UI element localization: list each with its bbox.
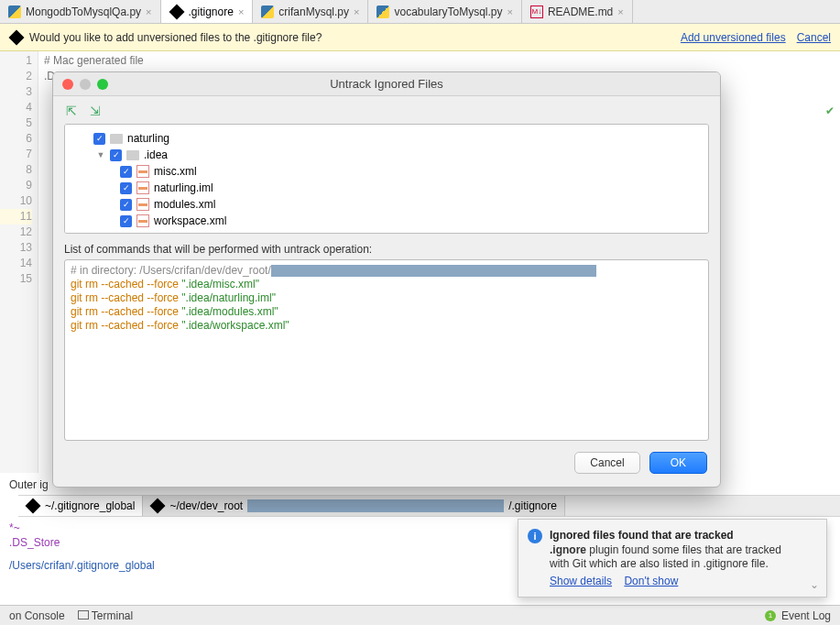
gitignore-icon [169, 4, 184, 19]
collapse-icon[interactable]: ⌄ [810, 578, 819, 591]
gitignore-icon [26, 499, 41, 514]
tree-row[interactable]: ✓naturling.iml [71, 180, 703, 196]
tree-label: modules.xml [154, 198, 215, 211]
python-icon [261, 5, 274, 18]
lower-tab-label: ~/.gitignore_global [45, 499, 135, 512]
lower-tab-label: /.gitignore [508, 499, 557, 512]
folder-icon [126, 150, 139, 160]
dialog-title: Untrack Ignored Files [330, 77, 443, 91]
cmd-arg: ".idea/modules.xml" [181, 305, 278, 318]
tree-label: misc.xml [154, 165, 197, 178]
tree-row[interactable]: ▼✓.idea [71, 147, 703, 163]
banner-message: Would you like to add unversioned files … [29, 31, 322, 44]
cmd-arg: ".idea/workspace.xml" [181, 319, 289, 332]
gitignore-icon [9, 29, 25, 45]
link-dont-show[interactable]: Don't show [624, 575, 678, 587]
link-add-unversioned[interactable]: Add unversioned files [681, 31, 786, 44]
tree-label: workspace.xml [154, 214, 226, 227]
line-gutter: 123456789101112131415 [0, 51, 38, 473]
expand-all-icon[interactable]: ⇱ [64, 104, 79, 118]
commands-label: List of commands that will be performed … [53, 234, 720, 259]
file-tree[interactable]: ✓naturling ▼✓.idea ✓misc.xml ✓naturling.… [64, 124, 709, 234]
tab-label: vocabularyToMysql.py [394, 5, 502, 18]
ok-button[interactable]: OK [649, 452, 707, 474]
lower-tab-devroot[interactable]: ~/dev/dev_root/.gitignore [143, 496, 564, 516]
cmd-text: git rm --cached --force [71, 305, 181, 318]
xml-file-icon [136, 198, 149, 211]
tab-crifanmysql[interactable]: crifanMysql.py× [253, 0, 368, 23]
tree-row[interactable]: ✓workspace.xml [71, 213, 703, 229]
code-line: # Mac generated file [44, 53, 835, 69]
close-icon[interactable]: × [146, 6, 151, 17]
notif-title: Ignored files found that are tracked [550, 529, 802, 542]
collapse-all-icon[interactable]: ⇲ [88, 104, 103, 118]
checkbox[interactable]: ✓ [120, 199, 132, 211]
expand-icon[interactable]: ▼ [96, 150, 105, 159]
tree-label: .idea [144, 148, 168, 161]
xml-file-icon [136, 165, 149, 178]
cmd-comment: # in directory: /Users/crifan/dev/dev_ro… [71, 264, 271, 277]
close-icon[interactable]: × [238, 6, 244, 17]
lower-tab-global[interactable]: ~/.gitignore_global [18, 496, 143, 516]
cmd-arg: ".idea/naturling.iml" [181, 291, 276, 304]
tree-label: naturling [127, 132, 169, 145]
zoom-window-icon[interactable] [97, 79, 108, 90]
folder-icon [110, 134, 123, 144]
lower-tab-label: ~/dev/dev_root [169, 499, 243, 512]
tree-row[interactable]: ✓naturling [71, 130, 703, 147]
tree-label: naturling.iml [154, 181, 213, 194]
checkbox[interactable]: ✓ [110, 149, 122, 161]
redacted-path [271, 265, 596, 277]
tab-label: README.md [548, 5, 613, 18]
minimize-window-icon [80, 79, 91, 90]
window-controls [62, 79, 108, 90]
checkbox[interactable]: ✓ [120, 166, 132, 178]
tab-mongodb[interactable]: MongodbToMysqlQa.py× [0, 0, 161, 23]
event-log-tool[interactable]: 1Event Log [765, 609, 831, 622]
checkbox[interactable]: ✓ [120, 182, 132, 194]
checkbox[interactable]: ✓ [120, 215, 132, 227]
inspection-ok-icon: ✔ [825, 104, 835, 117]
notification-banner: Would you like to add unversioned files … [0, 24, 840, 51]
lower-tabs: ~/.gitignore_global ~/dev/dev_root/.giti… [18, 495, 840, 517]
editor-tabs: MongodbToMysqlQa.py× .gitignore× crifanM… [0, 0, 840, 24]
tree-row[interactable]: ✓modules.xml [71, 196, 703, 213]
cmd-arg: ".idea/misc.xml" [181, 278, 259, 291]
cmd-text: git rm --cached --force [71, 319, 181, 332]
cancel-button[interactable]: Cancel [574, 452, 639, 474]
event-count-icon: 1 [765, 610, 776, 621]
status-bar: on Console Terminal 1Event Log [0, 605, 840, 625]
close-icon[interactable]: × [507, 6, 513, 17]
tree-row[interactable]: ✓misc.xml [71, 163, 703, 180]
terminal-tool[interactable]: Terminal [78, 609, 133, 622]
untrack-dialog: Untrack Ignored Files ⇱ ⇲ ✓naturling ▼✓.… [52, 71, 721, 488]
commands-box[interactable]: # in directory: /Users/crifan/dev/dev_ro… [64, 259, 709, 441]
checkbox[interactable]: ✓ [93, 133, 105, 145]
tab-gitignore[interactable]: .gitignore× [161, 0, 254, 23]
dialog-toolbar: ⇱ ⇲ [53, 96, 720, 124]
notif-body: .ignore plugin found some files that are… [550, 543, 802, 571]
notification-popup: i Ignored files found that are tracked .… [518, 519, 827, 598]
tab-label: MongodbToMysqlQa.py [26, 5, 141, 18]
info-icon: i [528, 529, 542, 543]
xml-file-icon [136, 214, 149, 227]
dialog-buttons: Cancel OK [53, 452, 720, 487]
link-cancel[interactable]: Cancel [797, 31, 831, 44]
cmd-text: git rm --cached --force [71, 291, 181, 304]
redacted-path [247, 499, 504, 512]
terminal-icon [78, 610, 89, 620]
tab-label: .gitignore [189, 5, 234, 18]
close-icon[interactable]: × [617, 6, 623, 17]
markdown-icon: M↓ [530, 5, 543, 18]
tab-label: crifanMysql.py [278, 5, 349, 18]
link-show-details[interactable]: Show details [550, 575, 612, 587]
python-icon [376, 5, 389, 18]
close-window-icon[interactable] [62, 79, 73, 90]
dialog-titlebar[interactable]: Untrack Ignored Files [53, 72, 720, 96]
tab-vocab[interactable]: vocabularyToMysql.py× [368, 0, 522, 23]
close-icon[interactable]: × [354, 6, 359, 17]
iml-file-icon [136, 181, 149, 194]
gitignore-icon [150, 499, 166, 514]
console-tool[interactable]: on Console [9, 609, 65, 622]
tab-readme[interactable]: M↓README.md× [522, 0, 633, 23]
